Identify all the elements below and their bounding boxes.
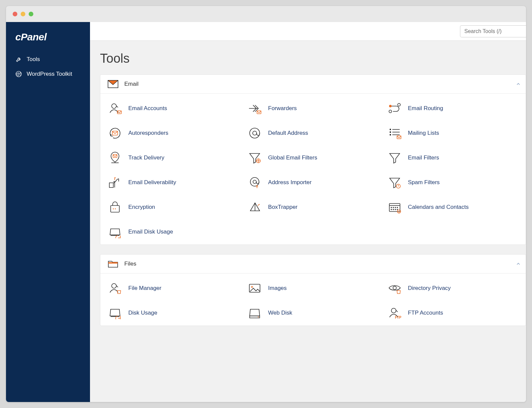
tool-images[interactable]: Images [245, 280, 381, 297]
svg-point-6 [389, 110, 392, 113]
global-filters-icon [247, 151, 262, 164]
tool-default-address[interactable]: Default Address [245, 124, 381, 142]
tool-global-email-filters[interactable]: Global Email Filters [245, 149, 381, 166]
deliverability-icon [108, 176, 122, 189]
tool-label: Disk Usage [128, 310, 157, 316]
panel-email-header[interactable]: Email [100, 75, 526, 94]
tool-email-routing[interactable]: Email Routing [385, 100, 521, 117]
brand-logo: cPanel [6, 30, 90, 52]
tool-calendars-contacts[interactable]: @ Calendars and Contacts [385, 198, 521, 216]
encryption-icon [108, 200, 122, 214]
panel-email-title: Email [124, 81, 139, 87]
tool-label: Email Accounts [128, 105, 167, 112]
panel-files-body: File Manager Image [100, 274, 526, 326]
spam-filters-icon [387, 176, 402, 189]
email-routing-icon [387, 102, 402, 115]
panel-files-header[interactable]: Files [100, 255, 526, 274]
svg-point-38 [393, 286, 396, 290]
tool-email-disk-usage[interactable]: Email Disk Usage [105, 223, 241, 241]
tool-forwarders[interactable]: Forwarders [245, 100, 381, 117]
tool-disk-usage[interactable]: Disk Usage [105, 304, 241, 322]
window-zoom-icon[interactable] [29, 12, 33, 16]
svg-point-5 [398, 103, 400, 106]
tool-label: Calendars and Contacts [408, 204, 469, 211]
svg-point-7 [389, 105, 391, 107]
tool-label: FTP Accounts [408, 310, 443, 316]
default-address-icon [247, 126, 262, 140]
svg-text:@: @ [398, 211, 400, 213]
tool-ftp-accounts[interactable]: FTP FTP Accounts [385, 304, 521, 322]
file-manager-icon [108, 282, 122, 295]
sidebar-item-wordpress-toolkit[interactable]: WordPress Toolkit [6, 67, 90, 81]
tool-label: Forwarders [268, 105, 297, 112]
panel-email: Email [100, 74, 526, 245]
ftp-accounts-icon: FTP [387, 306, 402, 320]
tool-label: BoxTrapper [268, 204, 297, 211]
images-icon [247, 282, 262, 295]
svg-point-40 [391, 308, 396, 313]
window-close-icon[interactable] [13, 12, 17, 16]
tool-label: Email Filters [408, 154, 439, 161]
svg-rect-14 [397, 136, 401, 139]
tool-address-importer[interactable]: Address Importer [245, 174, 381, 191]
svg-point-12 [390, 132, 391, 133]
svg-rect-34 [108, 262, 118, 264]
tool-track-delivery[interactable]: Track Delivery [105, 149, 241, 166]
chevron-up-icon[interactable] [514, 259, 523, 269]
svg-point-2 [112, 104, 116, 108]
svg-rect-8 [112, 131, 118, 135]
svg-point-35 [112, 284, 116, 288]
sidebar-item-tools[interactable]: Tools [6, 52, 90, 67]
svg-point-31 [397, 209, 398, 210]
main: Tools Email [90, 22, 526, 402]
svg-point-11 [390, 129, 391, 130]
tool-file-manager[interactable]: File Manager [105, 280, 241, 297]
tool-mailing-lists[interactable]: Mailing Lists [385, 124, 521, 142]
web-disk-icon [247, 306, 262, 320]
tool-label: Images [268, 285, 287, 292]
tool-encryption[interactable]: Encryption [105, 198, 241, 216]
tool-label: Email Deliverability [128, 179, 176, 186]
folder-section-icon [108, 260, 118, 268]
panel-files: Files [100, 254, 526, 326]
directory-privacy-icon [387, 282, 402, 295]
tool-autoresponders[interactable]: Autoresponders [105, 124, 241, 142]
chevron-up-icon[interactable] [514, 79, 523, 89]
panel-files-title: Files [124, 261, 136, 267]
page-title: Tools [90, 48, 526, 74]
window-minimize-icon[interactable] [21, 12, 25, 16]
tool-grid: Email Accounts Forwarders [105, 100, 521, 241]
tool-label: File Manager [128, 285, 161, 292]
tool-label: Default Address [268, 130, 308, 136]
panel-email-body: Email Accounts Forwarders [100, 94, 526, 245]
tool-web-disk[interactable]: Web Disk [245, 304, 381, 322]
tool-email-deliverability[interactable]: Email Deliverability [105, 174, 241, 191]
content: Tools Email [90, 41, 526, 335]
svg-point-17 [250, 177, 259, 186]
browser-frame: cPanel Tools WordPress Toolkit [6, 6, 526, 402]
tool-label: Email Disk Usage [128, 229, 173, 235]
svg-point-24 [391, 207, 392, 208]
svg-point-28 [391, 209, 392, 210]
svg-point-39 [258, 317, 259, 318]
topbar [90, 22, 526, 41]
boxtrapper-icon [247, 200, 262, 214]
sidebar: cPanel Tools WordPress Toolkit [6, 22, 90, 402]
svg-point-21 [113, 209, 114, 210]
tool-directory-privacy[interactable]: Directory Privacy [385, 280, 521, 297]
tool-email-accounts[interactable]: Email Accounts [105, 100, 241, 117]
tool-spam-filters[interactable]: Spam Filters [385, 174, 521, 191]
tool-label: Spam Filters [408, 179, 440, 186]
svg-point-30 [395, 209, 396, 210]
tool-label: Encryption [128, 204, 155, 211]
svg-point-22 [115, 209, 116, 210]
email-filters-icon [387, 151, 402, 164]
tool-label: Global Email Filters [268, 154, 317, 161]
svg-point-18 [253, 180, 256, 183]
tool-label: Mailing Lists [408, 130, 439, 136]
svg-point-10 [253, 131, 257, 135]
tool-email-filters[interactable]: Email Filters [385, 149, 521, 166]
wordpress-icon [15, 71, 22, 77]
search-input[interactable] [460, 25, 526, 37]
tool-boxtrapper[interactable]: BoxTrapper [245, 198, 381, 216]
